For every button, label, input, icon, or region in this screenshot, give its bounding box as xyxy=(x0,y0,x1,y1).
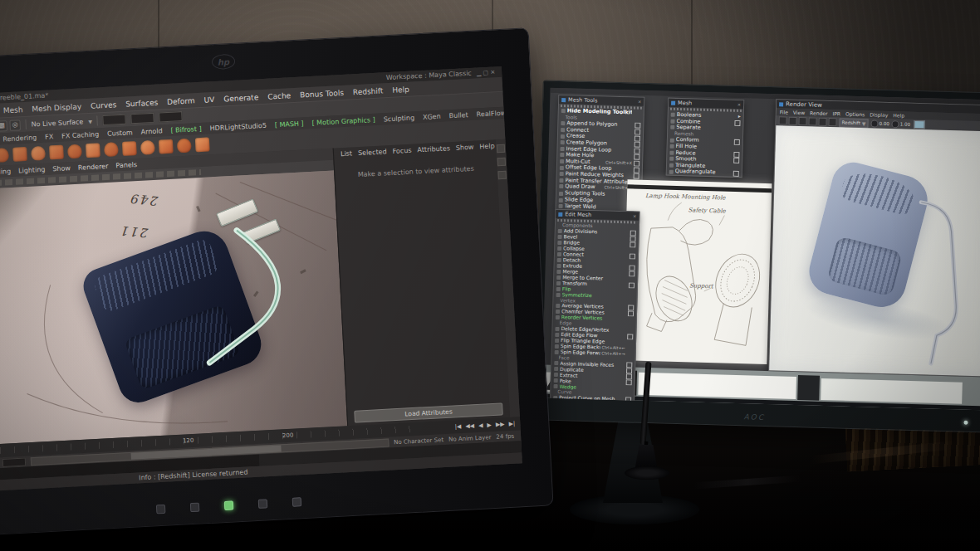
playback-button[interactable]: ▶ xyxy=(487,422,492,428)
menu-item[interactable]: Generate xyxy=(223,93,259,103)
option-box-icon[interactable] xyxy=(629,271,635,276)
menu-item[interactable]: Show xyxy=(456,144,474,152)
renderer-dropdown[interactable]: Redshift ▼ xyxy=(839,118,868,128)
range-end-field[interactable] xyxy=(2,457,26,466)
shelf-primitive-icon[interactable] xyxy=(140,140,155,155)
shelf-tab[interactable]: [ Bifrost ] xyxy=(170,124,202,134)
menu-item[interactable]: Help xyxy=(893,112,904,118)
option-box-icon[interactable] xyxy=(738,113,741,120)
anim-layer-selector[interactable]: No Anim Layer xyxy=(448,434,492,443)
option-box-icon[interactable] xyxy=(634,154,639,160)
shelf-primitive-icon[interactable] xyxy=(0,148,9,163)
menu-item[interactable]: Cache xyxy=(267,91,291,100)
coordinate-input-x[interactable] xyxy=(103,115,127,125)
option-box-icon[interactable] xyxy=(733,152,739,158)
option-box-icon[interactable] xyxy=(635,142,640,148)
option-box-icon[interactable] xyxy=(628,311,634,317)
option-box-icon[interactable] xyxy=(635,129,640,135)
shelf-tab[interactable]: FX Caching xyxy=(61,130,99,139)
option-box-icon[interactable] xyxy=(627,334,633,339)
coordinate-input-z[interactable] xyxy=(159,111,184,122)
shelf-primitive-icon[interactable] xyxy=(177,139,192,154)
shelf-primitive-icon[interactable] xyxy=(12,147,27,162)
snap-icon[interactable]: ◎ xyxy=(9,119,21,131)
menu-item[interactable]: UV xyxy=(203,95,214,105)
viewport-menu-item[interactable]: Show xyxy=(52,164,71,173)
option-box-icon[interactable] xyxy=(635,123,640,129)
render-tool-icon[interactable] xyxy=(818,118,826,126)
playback-button[interactable]: ◀ xyxy=(478,422,483,429)
option-box-icon[interactable] xyxy=(630,253,635,259)
menu-row[interactable]: Split Mesh with Projected Curve xyxy=(551,401,634,409)
option-box-icon[interactable] xyxy=(734,139,740,145)
close-icon[interactable]: ✕ xyxy=(737,102,741,107)
option-box-icon[interactable] xyxy=(734,120,740,126)
option-box-icon[interactable] xyxy=(635,135,640,141)
shelf-tab[interactable]: FX xyxy=(45,133,54,141)
fps-indicator[interactable]: 24 fps xyxy=(496,432,514,440)
coordinate-input-y[interactable] xyxy=(131,113,155,124)
monitor-button[interactable] xyxy=(292,497,302,507)
menu-item[interactable]: Mesh xyxy=(2,105,22,115)
menu-item[interactable]: Options xyxy=(845,111,865,118)
option-box-icon[interactable] xyxy=(733,158,739,163)
option-box-icon[interactable] xyxy=(629,282,635,288)
option-box-icon[interactable] xyxy=(634,167,639,173)
menu-item[interactable]: Bonus Tools xyxy=(300,88,344,99)
menu-item[interactable]: Help xyxy=(479,142,495,150)
menu-item[interactable]: Mesh Display xyxy=(32,102,81,113)
playback-button[interactable]: ◀◀ xyxy=(465,422,474,430)
modeling-toolkit-tab-icon[interactable] xyxy=(497,158,507,167)
close-icon[interactable]: ✕ xyxy=(638,100,641,105)
render-tool-icon[interactable] xyxy=(798,117,806,125)
shelf-primitive-icon[interactable] xyxy=(122,141,137,156)
exposure-field[interactable]: 0.00 xyxy=(870,119,889,128)
reference-scan-viewport[interactable]: Lamp Hook Mounting Hole Safety Cable Sup… xyxy=(622,179,772,364)
menu-item[interactable]: Curves xyxy=(91,100,117,110)
render-tool-icon[interactable] xyxy=(828,118,836,126)
shelf-tab[interactable]: Sculpting xyxy=(384,114,415,123)
shelf-tab[interactable]: [ MASH ] xyxy=(275,119,304,129)
render-tool-icon[interactable] xyxy=(808,117,816,125)
monitor-button[interactable] xyxy=(258,499,268,509)
menu-item[interactable]: IPR xyxy=(832,110,840,116)
viewport-menu-item[interactable]: Renderer xyxy=(78,162,109,171)
menu-item[interactable]: Surfaces xyxy=(125,98,158,108)
monitor-button[interactable] xyxy=(224,501,234,511)
viewport-canvas[interactable]: 249 211 xyxy=(0,171,347,446)
menu-item[interactable]: Focus xyxy=(392,147,411,155)
menu-item[interactable]: Deform xyxy=(167,96,195,106)
menu-row[interactable]: Quadrangulate xyxy=(667,168,742,177)
shelf-tab[interactable]: HDRLightStudio5 xyxy=(209,121,267,132)
shelf-tab[interactable]: RealFlow xyxy=(476,109,504,118)
monitor-button[interactable] xyxy=(156,505,166,514)
shelf-tab[interactable]: Rendering xyxy=(2,134,37,143)
shelf-primitive-icon[interactable] xyxy=(49,145,64,160)
shelf-primitive-icon[interactable] xyxy=(86,143,100,158)
live-surface-indicator[interactable]: No Live Surface xyxy=(31,118,83,128)
shelf-tab[interactable]: Arnold xyxy=(140,127,162,135)
shelf-tab[interactable]: Custom xyxy=(107,129,133,138)
shelf-primitive-icon[interactable] xyxy=(31,146,46,161)
character-set-selector[interactable]: No Character Set xyxy=(394,436,443,446)
display-color-swatch[interactable] xyxy=(914,120,925,129)
shelf-primitive-icon[interactable] xyxy=(159,139,174,154)
shelf-primitive-icon[interactable] xyxy=(67,144,82,158)
option-box-icon[interactable] xyxy=(634,161,639,167)
render-tool-icon[interactable] xyxy=(778,116,786,124)
viewport-menu-item[interactable]: Shading xyxy=(0,167,11,176)
menu-item[interactable]: Help xyxy=(392,85,409,94)
viewport-menu-item[interactable]: Panels xyxy=(115,161,137,169)
playback-button[interactable]: ▶| xyxy=(508,421,515,427)
option-box-icon[interactable] xyxy=(634,173,639,179)
menu-item[interactable]: Selected xyxy=(358,148,387,157)
channel-box-tab-icon[interactable] xyxy=(497,144,506,154)
menu-item[interactable]: View xyxy=(793,110,805,115)
option-box-icon[interactable] xyxy=(733,170,739,176)
menu-item[interactable]: Display xyxy=(870,111,888,118)
shelf-primitive-icon[interactable] xyxy=(104,142,119,157)
render-result-canvas[interactable] xyxy=(769,125,980,376)
perspective-viewport[interactable]: ShadingLightingShowRendererPanels 249 xyxy=(0,149,347,446)
snap-icon[interactable]: ▦ xyxy=(0,120,7,132)
option-box-icon[interactable] xyxy=(634,148,639,154)
